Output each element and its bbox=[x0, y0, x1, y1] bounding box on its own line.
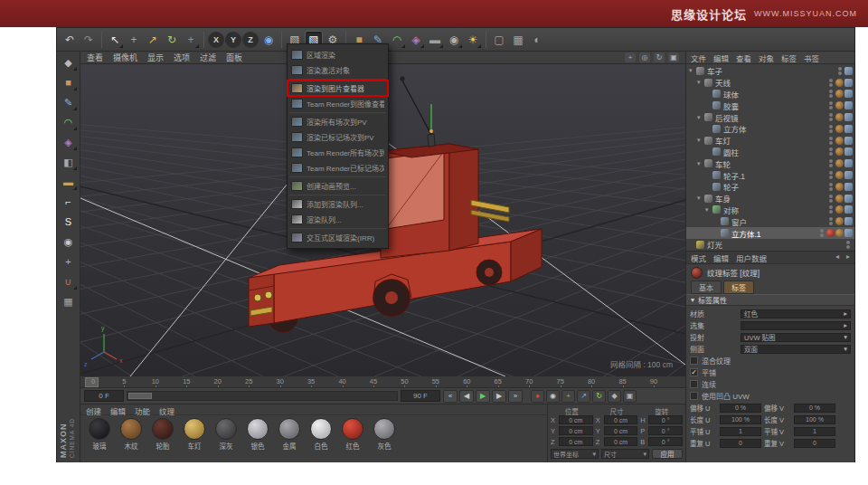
visibility-dot[interactable] bbox=[829, 217, 833, 221]
go-end-button[interactable]: » bbox=[508, 390, 523, 403]
object-tree-row[interactable]: ▾车轮 bbox=[686, 157, 854, 169]
viewport-menu-item[interactable]: 选项 bbox=[174, 52, 190, 63]
visibility-dot[interactable] bbox=[829, 183, 833, 186]
visibility-dot[interactable] bbox=[846, 241, 850, 244]
expand-arrow-icon[interactable]: ▾ bbox=[697, 79, 704, 86]
next-frame-button[interactable]: ▶ bbox=[492, 390, 506, 403]
boole-icon[interactable]: ◧ bbox=[60, 153, 78, 171]
prev-frame-button[interactable]: ◀ bbox=[459, 390, 474, 403]
select-field[interactable]: 双面▾ bbox=[741, 345, 851, 354]
visibility-dot[interactable] bbox=[829, 79, 833, 82]
coordinate-field[interactable]: 0 ° bbox=[648, 426, 683, 435]
record-position-icon[interactable]: + bbox=[561, 390, 575, 403]
object-tree-row[interactable]: ▾车灯 bbox=[686, 135, 854, 147]
array-icon[interactable]: ◈ bbox=[60, 133, 78, 151]
lock-x-icon[interactable]: X bbox=[208, 32, 224, 48]
coordinate-field[interactable]: 0 ° bbox=[648, 415, 683, 424]
object-tree-row[interactable]: 球体 bbox=[686, 89, 854, 100]
object-tree-row[interactable]: 灯光 bbox=[686, 239, 854, 251]
checkbox[interactable] bbox=[690, 392, 698, 400]
viewport-menu-item[interactable]: 显示 bbox=[147, 52, 164, 63]
lock-z-icon[interactable]: Z bbox=[242, 32, 259, 48]
expand-arrow-icon[interactable]: ▾ bbox=[689, 67, 696, 74]
record-button[interactable]: ● bbox=[531, 390, 544, 403]
texture-tag-icon[interactable] bbox=[826, 229, 835, 237]
visibility-dot[interactable] bbox=[820, 229, 824, 233]
link-field[interactable]: 红色▸ bbox=[741, 309, 851, 319]
visibility-dot[interactable] bbox=[829, 159, 833, 163]
select-field[interactable]: UVW 贴图▾ bbox=[741, 333, 851, 342]
coordinate-field[interactable]: 0 cm bbox=[604, 426, 638, 435]
material-menu-item[interactable]: 创建 bbox=[86, 405, 101, 414]
visibility-dot[interactable] bbox=[846, 245, 850, 249]
render-menu-item[interactable]: 渲染队列... bbox=[288, 212, 388, 227]
material-menu-item[interactable]: 编辑 bbox=[110, 405, 126, 414]
texture-tag-icon[interactable] bbox=[835, 137, 844, 145]
object-tree-row[interactable]: 胶囊 bbox=[686, 100, 854, 111]
phong-tag-icon[interactable] bbox=[844, 195, 853, 203]
material-swatch[interactable]: 深灰 bbox=[212, 418, 240, 451]
visibility-dot[interactable] bbox=[829, 118, 833, 121]
viewport-menu-item[interactable]: 摄像机 bbox=[113, 52, 137, 63]
generator-icon[interactable]: ◠ bbox=[60, 113, 78, 131]
visibility-dot[interactable] bbox=[829, 83, 833, 87]
tab-标签[interactable]: 标签 bbox=[723, 281, 754, 294]
history-nav-icon[interactable]: ▸ bbox=[846, 252, 850, 263]
phong-tag-icon[interactable] bbox=[844, 113, 853, 121]
visibility-dot[interactable] bbox=[829, 147, 833, 151]
visibility-dot[interactable] bbox=[838, 67, 842, 71]
phong-tag-icon[interactable] bbox=[844, 125, 853, 133]
record-rotation-icon[interactable]: ↻ bbox=[592, 390, 606, 403]
workplane-icon[interactable]: + bbox=[60, 252, 78, 271]
visibility-dots[interactable] bbox=[829, 195, 833, 203]
texture-tag-icon[interactable] bbox=[835, 171, 844, 179]
object-manager-menu-item[interactable]: 文件 bbox=[691, 52, 706, 63]
phong-tag-icon[interactable] bbox=[844, 171, 853, 179]
expand-arrow-icon[interactable]: ▾ bbox=[697, 160, 704, 167]
object-tree-row[interactable]: ▾天线 bbox=[686, 77, 854, 89]
object-manager-menu-item[interactable]: 查看 bbox=[736, 52, 751, 63]
render-menu-item[interactable]: Team Render所有场次到PV bbox=[288, 145, 388, 160]
object-manager-menu-item[interactable]: 编辑 bbox=[713, 52, 729, 63]
viewport-menu-item[interactable]: 查看 bbox=[87, 52, 103, 63]
texture-tag-icon[interactable] bbox=[835, 101, 844, 109]
texture-tag-icon[interactable] bbox=[835, 205, 844, 214]
render-menu-item[interactable]: 渲染激活对象 bbox=[288, 62, 388, 78]
visibility-dot[interactable] bbox=[829, 205, 833, 209]
visibility-dots[interactable] bbox=[829, 205, 833, 214]
material-swatch[interactable]: 灰色 bbox=[371, 418, 398, 451]
viewport-toggle-icon[interactable]: ▣ bbox=[668, 52, 679, 62]
coordinate-mode-select[interactable]: 世界坐标▾ bbox=[551, 449, 599, 459]
value-field[interactable]: 0 % bbox=[794, 404, 835, 413]
timeline-end-field[interactable]: 90 F bbox=[401, 390, 440, 402]
visibility-dot[interactable] bbox=[829, 90, 833, 93]
render-menu-item[interactable]: 交互式区域渲染(IRR) bbox=[288, 230, 388, 245]
visibility-dot[interactable] bbox=[829, 101, 833, 105]
viewport-menu-item[interactable]: 面板 bbox=[226, 52, 242, 63]
expand-arrow-icon[interactable]: ▾ bbox=[697, 137, 704, 144]
snap-magnet-icon[interactable]: ∪ bbox=[60, 272, 78, 290]
visibility-dot[interactable] bbox=[829, 164, 833, 167]
scale-tool-icon[interactable]: ↗ bbox=[144, 31, 162, 49]
material-swatch[interactable]: 金属 bbox=[276, 418, 303, 451]
visibility-dots[interactable] bbox=[829, 159, 833, 167]
visibility-dot[interactable] bbox=[829, 187, 833, 191]
phong-tag-icon[interactable] bbox=[844, 159, 853, 167]
visibility-dots[interactable] bbox=[829, 137, 833, 145]
add-deformer-icon[interactable]: ◈ bbox=[407, 31, 425, 49]
object-tree-row[interactable]: 轮子.1 bbox=[686, 169, 854, 181]
live-selection-icon[interactable]: ↖ bbox=[106, 31, 124, 49]
visibility-dot[interactable] bbox=[829, 106, 833, 109]
link-field[interactable]: ▸ bbox=[741, 321, 851, 330]
expand-arrow-icon[interactable]: ▾ bbox=[697, 195, 704, 202]
add-environment-icon[interactable]: ▬ bbox=[426, 31, 444, 49]
visibility-dot[interactable] bbox=[829, 137, 833, 140]
viewport-menu-item[interactable]: 过滤 bbox=[200, 52, 216, 63]
phong-tag-icon[interactable] bbox=[844, 67, 853, 75]
coordinate-field[interactable]: 0 cm bbox=[559, 426, 593, 435]
coordinate-field[interactable]: 0 ° bbox=[648, 437, 683, 446]
axis-mode-icon[interactable]: ⌐ bbox=[60, 193, 78, 211]
expand-arrow-icon[interactable]: ▾ bbox=[705, 206, 712, 214]
coordinate-field[interactable]: 0 cm bbox=[559, 415, 593, 424]
material-swatch[interactable]: 木纹 bbox=[118, 418, 145, 451]
